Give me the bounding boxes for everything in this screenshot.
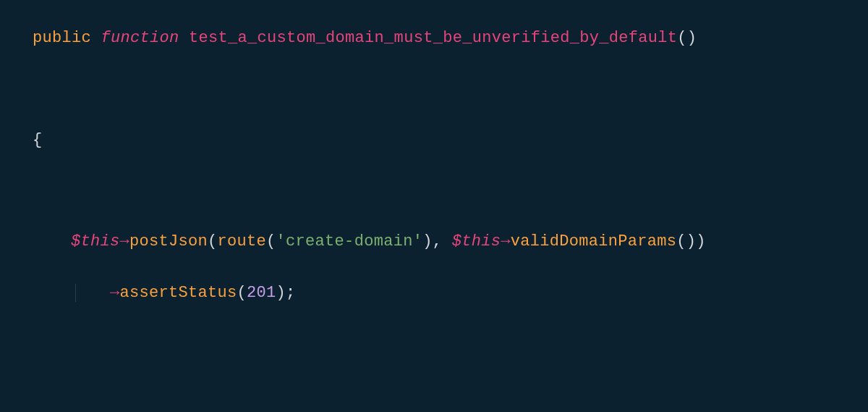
variable-this: $this xyxy=(71,232,120,251)
arrow-op: → xyxy=(120,232,130,251)
blank-line xyxy=(33,76,835,101)
arrow-op: → xyxy=(501,232,511,251)
line-open-brace: { xyxy=(33,127,835,153)
brace-open: { xyxy=(33,131,43,149)
string-create-domain: 'create-domain' xyxy=(276,232,423,251)
blank-line xyxy=(33,382,835,407)
method-route: route xyxy=(218,232,267,251)
code-block: public function test_a_custom_domain_mus… xyxy=(33,25,835,412)
number-201: 201 xyxy=(247,284,276,302)
function-name: test_a_custom_domain_must_be_unverified_… xyxy=(189,29,677,47)
line-assertstatus: →assertStatus(201); xyxy=(72,280,835,306)
keyword-public: public xyxy=(33,29,91,47)
line-postjson: $this→postJson(route('create-domain'), $… xyxy=(33,229,835,254)
method-postJson: postJson xyxy=(129,232,208,251)
method-validDomainParams: validDomainParams xyxy=(511,232,677,251)
paren-open: ( xyxy=(677,29,687,47)
arrow-op: → xyxy=(110,284,120,302)
variable-this: $this xyxy=(452,232,501,251)
blank-line xyxy=(33,331,835,356)
keyword-function: function xyxy=(101,29,179,47)
paren-close: ) xyxy=(687,29,697,47)
line-signature: public function test_a_custom_domain_mus… xyxy=(33,25,835,51)
method-assertStatus: assertStatus xyxy=(120,284,237,302)
blank-line xyxy=(33,178,835,203)
